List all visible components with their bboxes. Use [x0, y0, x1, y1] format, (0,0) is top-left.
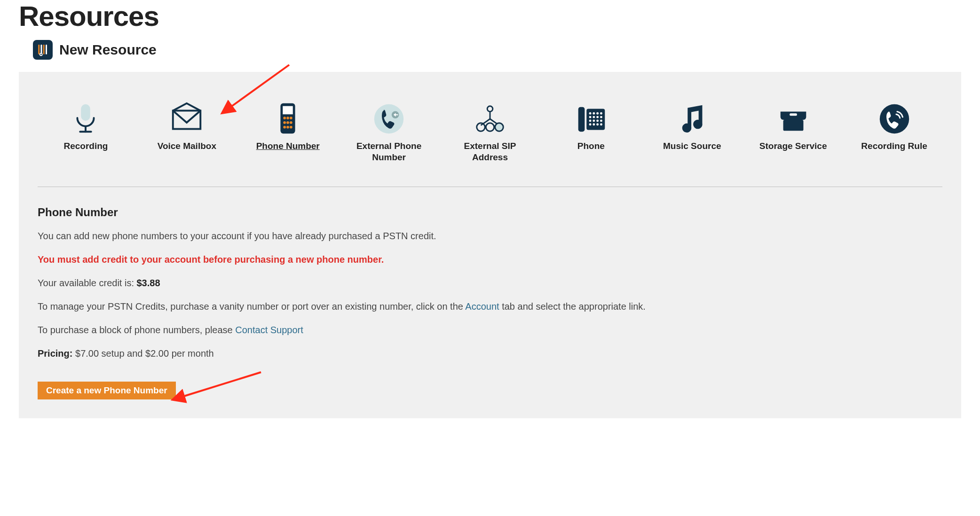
phone-circle-icon: [876, 100, 913, 138]
microphone-icon: [67, 100, 104, 138]
detail-warning: You must add credit to your account befo…: [38, 253, 942, 266]
phone-forward-icon: [371, 100, 407, 138]
svg-point-28: [477, 123, 485, 132]
resource-label: Recording Rule: [861, 141, 927, 152]
resource-external-sip[interactable]: External SIP Address: [455, 100, 525, 163]
svg-point-39: [596, 116, 599, 118]
svg-point-17: [286, 121, 289, 124]
new-resource-header: New Resource: [33, 40, 961, 60]
svg-rect-31: [578, 107, 585, 132]
resource-external-phone[interactable]: External Phone Number: [354, 100, 424, 163]
svg-point-16: [283, 121, 286, 124]
svg-point-51: [879, 104, 909, 133]
svg-rect-0: [38, 45, 40, 55]
detail-pricing: Pricing: $7.00 setup and $2.00 per month: [38, 347, 942, 360]
svg-line-26: [481, 119, 490, 125]
svg-point-21: [290, 126, 292, 129]
storage-box-icon: [775, 100, 812, 138]
svg-point-47: [596, 123, 599, 125]
svg-point-19: [283, 126, 286, 129]
svg-point-45: [589, 123, 591, 125]
music-note-icon: [674, 100, 711, 138]
detail-manage: To manage your PSTN Credits, purchase a …: [38, 300, 942, 313]
desk-phone-icon: [573, 100, 609, 138]
svg-point-22: [374, 104, 403, 133]
svg-rect-50: [790, 113, 797, 116]
mobile-phone-icon: [269, 100, 306, 138]
svg-point-38: [593, 116, 595, 118]
svg-point-29: [486, 123, 494, 132]
page-title: Resources: [19, 0, 961, 32]
create-phone-number-button[interactable]: Create a new Phone Number: [38, 382, 176, 399]
resource-music-source[interactable]: Music Source: [657, 100, 727, 152]
resource-voice-mailbox[interactable]: Voice Mailbox: [151, 100, 222, 152]
detail-block: To purchase a block of phone numbers, pl…: [38, 323, 942, 336]
resource-label: External SIP Address: [455, 141, 525, 163]
detail-title: Phone Number: [38, 206, 942, 219]
resource-storage-service[interactable]: Storage Service: [758, 100, 829, 152]
svg-point-14: [286, 117, 289, 119]
svg-rect-2: [43, 45, 45, 55]
resource-label: Recording: [63, 141, 108, 152]
svg-point-33: [589, 112, 591, 115]
resource-type-grid: Recording Voice Mailbox: [38, 100, 942, 163]
resource-label: External Phone Number: [354, 141, 424, 163]
resource-recording-rule[interactable]: Recording Rule: [859, 100, 930, 152]
svg-rect-3: [46, 45, 47, 55]
contact-support-link[interactable]: Contact Support: [235, 325, 303, 335]
detail-credit: Your available credit is: $3.88: [38, 276, 942, 289]
resource-label: Phone Number: [256, 141, 320, 152]
svg-point-40: [600, 116, 602, 118]
svg-point-48: [600, 123, 602, 125]
svg-point-13: [283, 117, 286, 119]
resource-label: Phone: [577, 141, 605, 152]
resource-panel: Recording Voice Mailbox: [19, 72, 961, 418]
resource-label: Music Source: [663, 141, 721, 152]
svg-point-5: [40, 54, 42, 55]
svg-point-43: [596, 119, 599, 122]
account-link[interactable]: Account: [465, 301, 499, 312]
page-subtitle: New Resource: [59, 42, 157, 58]
svg-point-36: [600, 112, 602, 115]
svg-point-34: [593, 112, 595, 115]
svg-point-18: [290, 121, 292, 124]
svg-rect-32: [586, 109, 605, 130]
app-logo-icon: [33, 40, 53, 60]
credit-amount: $3.88: [137, 278, 160, 288]
resource-label: Storage Service: [759, 141, 827, 152]
svg-point-15: [290, 117, 292, 119]
svg-point-30: [495, 123, 504, 132]
svg-line-52: [182, 372, 261, 397]
svg-point-42: [593, 119, 595, 122]
resource-label: Voice Mailbox: [158, 141, 216, 152]
svg-point-20: [286, 126, 289, 129]
resource-recording[interactable]: Recording: [50, 100, 121, 152]
detail-intro: You can add new phone numbers to your ac…: [38, 229, 942, 242]
resource-phone-number[interactable]: Phone Number: [253, 100, 323, 152]
sip-network-icon: [472, 100, 508, 138]
svg-point-41: [589, 119, 591, 122]
svg-point-35: [596, 112, 599, 115]
svg-rect-12: [283, 106, 292, 115]
svg-rect-7: [81, 104, 91, 121]
svg-rect-49: [783, 120, 803, 131]
resource-phone[interactable]: Phone: [556, 100, 626, 152]
envelope-icon: [168, 100, 205, 138]
svg-point-24: [487, 106, 493, 112]
svg-point-37: [589, 116, 591, 118]
section-divider: [38, 187, 942, 187]
annotation-arrow-2: [174, 368, 263, 408]
resource-detail-section: Phone Number You can add new phone numbe…: [38, 206, 942, 399]
svg-point-46: [593, 123, 595, 125]
svg-point-44: [600, 119, 602, 122]
